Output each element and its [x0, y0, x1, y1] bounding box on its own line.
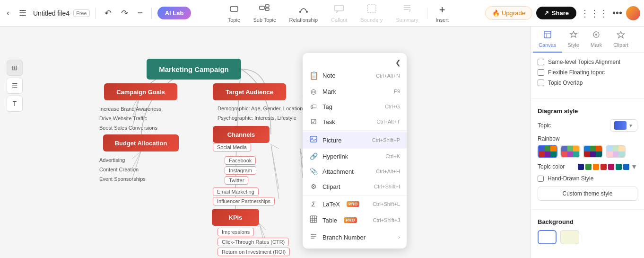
root-node[interactable]: Marketing Campaign — [147, 59, 241, 80]
mark-label: Mark — [322, 88, 336, 95]
tab-canvas[interactable]: Canvas — [533, 27, 562, 53]
flexible-checkbox[interactable] — [538, 69, 544, 76]
svg-line-22 — [259, 223, 266, 230]
target-audience-node[interactable]: Target Audience — [213, 83, 286, 100]
channels-node[interactable]: Channels — [213, 126, 270, 143]
dropdown-picture[interactable]: Picture Ctrl+Shift+P — [303, 132, 407, 149]
rainbow-opt-2[interactable] — [560, 145, 580, 158]
same-level-checkbox[interactable] — [538, 59, 544, 65]
tab-clipart[interactable]: Clipart — [608, 27, 634, 53]
subtopic-kpi-2[interactable]: Click-Through Rates (CTR) — [218, 238, 289, 246]
text-view-button[interactable]: T — [7, 96, 23, 112]
tool-subtopic[interactable]: Sub Topic — [246, 0, 282, 26]
tab-mark[interactable]: Mark — [585, 27, 608, 53]
section-divider2 — [531, 209, 644, 210]
dropdown-branch-number[interactable]: Branch Number › — [303, 229, 407, 246]
svg-point-4 — [299, 11, 301, 13]
color-chip-5[interactable] — [608, 164, 614, 170]
subtopic-ch-tw[interactable]: Twitter — [225, 176, 248, 185]
tab-canvas-label: Canvas — [539, 42, 556, 48]
color-chip-3[interactable] — [593, 164, 599, 170]
color-chip-2[interactable] — [585, 164, 592, 170]
svg-rect-2 — [265, 5, 269, 7]
right-panel-tabs: Canvas Style Mark Clipart — [531, 27, 644, 53]
subtopic-ch-fb[interactable]: Facebook — [225, 156, 256, 165]
dropdown-tag[interactable]: 🏷 Tag Ctrl+G — [303, 99, 407, 114]
topic-select-control[interactable]: ▼ — [610, 119, 637, 132]
clipart-icon: ⚙ — [309, 183, 318, 190]
dropdown-collapse-arrow[interactable]: ❮ — [395, 59, 401, 66]
redo-button[interactable]: ↷ — [118, 5, 131, 21]
dropdown-table[interactable]: Table PRO Ctrl+Shift+J — [303, 212, 407, 229]
custom-theme-button[interactable]: Custom theme style — [538, 187, 637, 201]
subtopic-icon — [259, 3, 270, 16]
subtopic-ch-inf[interactable]: Influencer Partnerships — [213, 197, 275, 205]
svg-rect-0 — [230, 7, 238, 11]
share-button[interactable]: ↗ Share — [536, 7, 576, 19]
canvas-area[interactable]: ⊞ ☰ T — [0, 27, 531, 258]
rainbow-opt-4[interactable] — [606, 145, 626, 158]
back-button[interactable]: ‹ — [4, 5, 12, 21]
tool-callout[interactable]: Callout — [324, 0, 354, 26]
subtopic-kpi-3[interactable]: Return on Investment (ROI) — [218, 248, 290, 256]
dropdown-attachment[interactable]: 📎 Attachment Ctrl+Alt+H — [303, 164, 407, 179]
overlap-checkbox[interactable] — [538, 80, 544, 86]
svg-line-17 — [271, 144, 279, 189]
user-avatar[interactable] — [626, 6, 640, 20]
list-view-button[interactable]: ☰ — [7, 78, 23, 94]
tool-summary[interactable]: Summary — [389, 0, 425, 26]
tool-relationship[interactable]: Relationship — [283, 0, 325, 26]
toolbar-center: Topic Sub Topic Relationship Callout Bou… — [193, 0, 483, 26]
tool-boundary[interactable]: Boundary — [354, 0, 389, 26]
menu-button[interactable]: ☰ — [16, 5, 29, 21]
subtopic-ch-social[interactable]: Social Media — [213, 143, 251, 151]
subtopic-kpi-1[interactable]: Impressions — [218, 228, 254, 236]
task-shortcut: Ctrl+Alt+T — [376, 119, 400, 125]
color-chip-4[interactable] — [600, 164, 607, 170]
attachment-label: Attachment — [322, 168, 354, 175]
rainbow-opt-1[interactable] — [538, 145, 557, 158]
color-chip-7[interactable] — [623, 164, 629, 170]
svg-line-14 — [132, 151, 141, 168]
hyperlink-label: Hyperlink — [322, 153, 348, 160]
hand-drawn-checkbox[interactable] — [538, 176, 544, 182]
grid-view-button[interactable]: ⊞ — [7, 60, 23, 76]
bg-opt-white[interactable] — [538, 230, 557, 244]
note-label: Note — [322, 72, 335, 79]
budget-allocation-node[interactable]: Budget Allocation — [103, 134, 179, 151]
subtopic-ba-1: Advertising — [99, 157, 125, 163]
dropdown-task[interactable]: ☑ Task Ctrl+Alt+T — [303, 114, 407, 129]
undo-button[interactable]: ↶ — [102, 5, 114, 21]
upgrade-button[interactable]: 🔥 Upgrade — [485, 6, 532, 20]
tool-topic[interactable]: Topic — [221, 0, 247, 26]
color-expand-icon[interactable]: ▼ — [631, 163, 637, 170]
kpis-node[interactable]: KPIs — [212, 209, 259, 226]
bg-opt-dots[interactable] — [560, 230, 579, 244]
subtopic-ch-email[interactable]: Email Marketing — [213, 187, 259, 196]
apps-icon[interactable]: ⋮⋮⋮ — [580, 8, 609, 19]
dropdown-mark[interactable]: ◎ Mark F9 — [303, 84, 407, 99]
subtopic-cg-2: Drive Website Traffic — [99, 116, 147, 121]
dropdown-note[interactable]: 📋 Note Ctrl+Alt+N — [303, 67, 407, 84]
attachment-shortcut: Ctrl+Alt+H — [376, 169, 400, 174]
color-chip-6[interactable] — [616, 164, 622, 170]
background-title: Background — [538, 218, 637, 225]
color-chip-1[interactable] — [578, 164, 584, 170]
campaign-goals-node[interactable]: Campaign Goals — [104, 83, 177, 100]
rainbow-label: Rainbow — [538, 135, 637, 142]
dropdown-clipart[interactable]: ⚙ Clipart Ctrl+Shift+I — [303, 179, 407, 194]
more-icon[interactable]: ••• — [612, 8, 622, 18]
dropdown-hyperlink[interactable]: 🔗 Hyperlink Ctrl+K — [303, 149, 407, 164]
rainbow-opt-3[interactable] — [583, 145, 603, 158]
insert-button[interactable]: + Insert — [429, 1, 456, 26]
dropdown-latex[interactable]: Σ LaTeX PRO Ctrl+Shift+L — [303, 196, 407, 212]
tab-style[interactable]: Style — [562, 27, 584, 53]
ai-lab-button[interactable]: AI Lab — [157, 7, 191, 19]
tab-mark-label: Mark — [591, 42, 602, 48]
divider2 — [151, 8, 152, 19]
copy-button[interactable]: ⎓ — [135, 5, 146, 21]
tab-clipart-label: Clipart — [613, 42, 628, 48]
attachment-icon: 📎 — [309, 168, 318, 175]
table-label: Table — [322, 217, 337, 224]
subtopic-ch-ig[interactable]: Instagram — [225, 166, 256, 175]
